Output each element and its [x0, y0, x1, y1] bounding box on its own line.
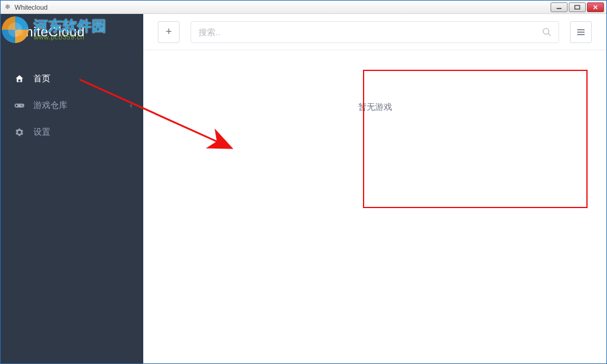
search-icon: [542, 27, 551, 36]
menu-button[interactable]: [570, 21, 592, 43]
toolbar: +: [143, 14, 606, 50]
empty-state-text: 暂无游戏: [358, 102, 392, 113]
main-area: + 暂无游戏: [143, 14, 606, 363]
add-button[interactable]: +: [158, 21, 180, 43]
minimize-icon: [556, 5, 562, 10]
sidebar-item-label: 设置: [33, 127, 50, 138]
gear-icon: [14, 128, 25, 136]
brand-title: WhiteCloud: [1, 14, 143, 50]
svg-line-10: [548, 33, 551, 36]
svg-point-7: [21, 104, 22, 106]
content-area: 暂无游戏: [143, 50, 606, 363]
list-icon: [577, 29, 585, 36]
window-titlebar: ❄ Whitecloud: [1, 1, 606, 14]
sidebar-item-game-library[interactable]: 游戏仓库 ‹: [1, 92, 143, 119]
sidebar-item-label: 首页: [33, 73, 50, 84]
svg-rect-1: [575, 5, 580, 9]
search-box[interactable]: [191, 21, 559, 43]
home-icon: [14, 75, 25, 83]
maximize-icon: [574, 5, 580, 10]
svg-point-8: [22, 106, 23, 107]
close-icon: [592, 5, 599, 10]
chevron-left-icon: ‹: [130, 101, 132, 110]
svg-rect-6: [16, 105, 18, 106]
close-button[interactable]: [587, 2, 604, 12]
sidebar-item-settings[interactable]: 设置: [1, 119, 143, 146]
maximize-button[interactable]: [569, 2, 586, 12]
sidebar-item-home[interactable]: 首页: [1, 66, 143, 92]
sidebar-item-label: 游戏仓库: [33, 100, 67, 111]
plus-icon: +: [166, 25, 172, 38]
minimize-button[interactable]: [551, 2, 568, 12]
svg-point-9: [543, 29, 549, 34]
annotation-highlight-box: [363, 70, 588, 208]
sidebar: WhiteCloud 首页 游戏仓库 ‹: [1, 14, 143, 363]
app-icon: ❄: [3, 3, 12, 12]
window-title: Whitecloud: [15, 4, 551, 11]
search-input[interactable]: [198, 22, 542, 42]
gamepad-icon: [14, 102, 25, 109]
